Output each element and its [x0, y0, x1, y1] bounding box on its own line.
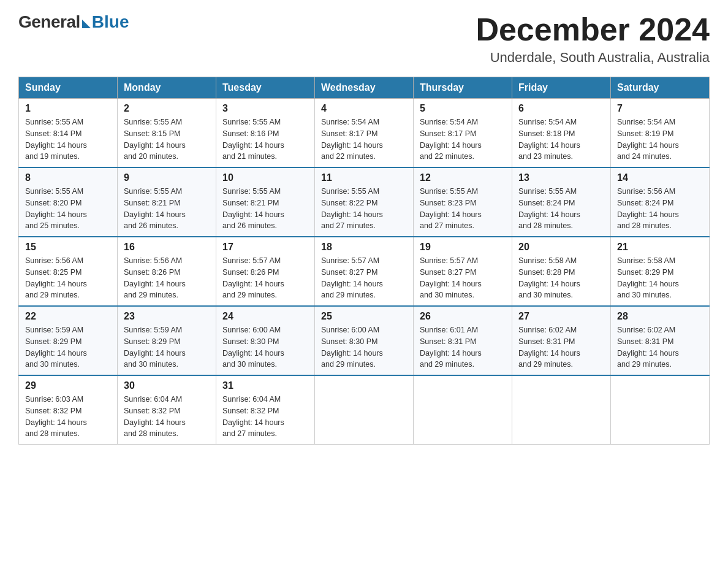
- day-info: Sunrise: 5:58 AMSunset: 8:29 PMDaylight:…: [617, 256, 679, 299]
- calendar-day-cell: [611, 375, 710, 445]
- calendar-day-cell: [414, 375, 512, 445]
- day-number: 26: [420, 311, 506, 322]
- day-number: 17: [222, 242, 308, 253]
- day-number: 9: [124, 172, 210, 183]
- day-info: Sunrise: 5:55 AMSunset: 8:14 PMDaylight:…: [25, 118, 87, 161]
- day-info: Sunrise: 6:02 AMSunset: 8:31 PMDaylight:…: [518, 326, 580, 369]
- day-number: 27: [518, 311, 604, 322]
- day-info: Sunrise: 5:55 AMSunset: 8:16 PMDaylight:…: [222, 118, 284, 161]
- calendar-day-cell: 1 Sunrise: 5:55 AMSunset: 8:14 PMDayligh…: [19, 99, 118, 168]
- calendar-day-cell: 2 Sunrise: 5:55 AMSunset: 8:15 PMDayligh…: [118, 99, 216, 168]
- calendar-day-cell: 26 Sunrise: 6:01 AMSunset: 8:31 PMDaylig…: [414, 306, 512, 375]
- calendar-day-cell: [512, 375, 611, 445]
- day-number: 2: [124, 103, 210, 114]
- day-info: Sunrise: 5:57 AMSunset: 8:27 PMDaylight:…: [420, 256, 482, 299]
- day-number: 7: [617, 103, 703, 114]
- calendar-day-cell: 15 Sunrise: 5:56 AMSunset: 8:25 PMDaylig…: [19, 237, 118, 306]
- day-info: Sunrise: 5:55 AMSunset: 8:22 PMDaylight:…: [321, 187, 383, 230]
- day-info: Sunrise: 5:55 AMSunset: 8:23 PMDaylight:…: [420, 187, 482, 230]
- location-title: Underdale, South Australia, Australia: [476, 50, 710, 66]
- day-number: 24: [222, 311, 308, 322]
- day-number: 28: [617, 311, 703, 322]
- day-info: Sunrise: 6:04 AMSunset: 8:32 PMDaylight:…: [222, 395, 284, 438]
- header-sunday: Sunday: [19, 77, 118, 99]
- calendar-day-cell: 17 Sunrise: 5:57 AMSunset: 8:26 PMDaylig…: [216, 237, 315, 306]
- day-number: 15: [25, 242, 111, 253]
- day-number: 13: [518, 172, 604, 183]
- day-info: Sunrise: 6:04 AMSunset: 8:32 PMDaylight:…: [124, 395, 186, 438]
- day-info: Sunrise: 5:55 AMSunset: 8:15 PMDaylight:…: [124, 118, 186, 161]
- day-info: Sunrise: 5:54 AMSunset: 8:17 PMDaylight:…: [420, 118, 482, 161]
- calendar-day-cell: 8 Sunrise: 5:55 AMSunset: 8:20 PMDayligh…: [19, 167, 118, 237]
- calendar-day-cell: 23 Sunrise: 5:59 AMSunset: 8:29 PMDaylig…: [118, 306, 216, 375]
- day-info: Sunrise: 5:58 AMSunset: 8:28 PMDaylight:…: [518, 256, 580, 299]
- header-tuesday: Tuesday: [216, 77, 315, 99]
- day-info: Sunrise: 5:56 AMSunset: 8:24 PMDaylight:…: [617, 187, 679, 230]
- day-info: Sunrise: 5:54 AMSunset: 8:19 PMDaylight:…: [617, 118, 679, 161]
- day-number: 3: [222, 103, 308, 114]
- calendar-day-cell: 12 Sunrise: 5:55 AMSunset: 8:23 PMDaylig…: [414, 167, 512, 237]
- day-info: Sunrise: 5:56 AMSunset: 8:25 PMDaylight:…: [25, 256, 87, 299]
- day-number: 25: [321, 311, 407, 322]
- calendar-week-row: 22 Sunrise: 5:59 AMSunset: 8:29 PMDaylig…: [19, 306, 710, 375]
- month-title: December 2024: [476, 12, 710, 47]
- calendar-day-cell: 11 Sunrise: 5:55 AMSunset: 8:22 PMDaylig…: [315, 167, 414, 237]
- calendar-day-cell: 19 Sunrise: 5:57 AMSunset: 8:27 PMDaylig…: [414, 237, 512, 306]
- calendar-day-cell: 10 Sunrise: 5:55 AMSunset: 8:21 PMDaylig…: [216, 167, 315, 237]
- logo-general-text: General: [18, 12, 80, 32]
- calendar-week-row: 8 Sunrise: 5:55 AMSunset: 8:20 PMDayligh…: [19, 167, 710, 237]
- day-info: Sunrise: 6:00 AMSunset: 8:30 PMDaylight:…: [321, 326, 383, 369]
- calendar-day-cell: 9 Sunrise: 5:55 AMSunset: 8:21 PMDayligh…: [118, 167, 216, 237]
- header-saturday: Saturday: [611, 77, 710, 99]
- day-info: Sunrise: 5:57 AMSunset: 8:27 PMDaylight:…: [321, 256, 383, 299]
- calendar-day-cell: 18 Sunrise: 5:57 AMSunset: 8:27 PMDaylig…: [315, 237, 414, 306]
- calendar-day-cell: 21 Sunrise: 5:58 AMSunset: 8:29 PMDaylig…: [611, 237, 710, 306]
- calendar-day-cell: 3 Sunrise: 5:55 AMSunset: 8:16 PMDayligh…: [216, 99, 315, 168]
- day-number: 22: [25, 311, 111, 322]
- calendar-day-cell: 22 Sunrise: 5:59 AMSunset: 8:29 PMDaylig…: [19, 306, 118, 375]
- day-number: 4: [321, 103, 407, 114]
- calendar-day-cell: 25 Sunrise: 6:00 AMSunset: 8:30 PMDaylig…: [315, 306, 414, 375]
- day-number: 31: [222, 380, 308, 391]
- day-number: 12: [420, 172, 506, 183]
- calendar-day-cell: 30 Sunrise: 6:04 AMSunset: 8:32 PMDaylig…: [118, 375, 216, 445]
- day-number: 23: [124, 311, 210, 322]
- day-number: 18: [321, 242, 407, 253]
- calendar-day-cell: 7 Sunrise: 5:54 AMSunset: 8:19 PMDayligh…: [611, 99, 710, 168]
- day-info: Sunrise: 5:55 AMSunset: 8:20 PMDaylight:…: [25, 187, 87, 230]
- calendar-day-cell: [315, 375, 414, 445]
- day-number: 19: [420, 242, 506, 253]
- logo-blue-text: Blue: [92, 12, 129, 32]
- day-number: 21: [617, 242, 703, 253]
- day-info: Sunrise: 6:02 AMSunset: 8:31 PMDaylight:…: [617, 326, 679, 369]
- header-thursday: Thursday: [414, 77, 512, 99]
- day-number: 6: [518, 103, 604, 114]
- calendar-day-cell: 5 Sunrise: 5:54 AMSunset: 8:17 PMDayligh…: [414, 99, 512, 168]
- day-number: 10: [222, 172, 308, 183]
- day-info: Sunrise: 5:55 AMSunset: 8:21 PMDaylight:…: [124, 187, 186, 230]
- calendar-day-cell: 6 Sunrise: 5:54 AMSunset: 8:18 PMDayligh…: [512, 99, 611, 168]
- day-number: 16: [124, 242, 210, 253]
- day-number: 20: [518, 242, 604, 253]
- calendar-day-cell: 16 Sunrise: 5:56 AMSunset: 8:26 PMDaylig…: [118, 237, 216, 306]
- day-number: 14: [617, 172, 703, 183]
- calendar-day-cell: 27 Sunrise: 6:02 AMSunset: 8:31 PMDaylig…: [512, 306, 611, 375]
- day-info: Sunrise: 6:03 AMSunset: 8:32 PMDaylight:…: [25, 395, 87, 438]
- calendar-table: Sunday Monday Tuesday Wednesday Thursday…: [18, 77, 710, 445]
- calendar-week-row: 1 Sunrise: 5:55 AMSunset: 8:14 PMDayligh…: [19, 99, 710, 168]
- day-info: Sunrise: 5:54 AMSunset: 8:18 PMDaylight:…: [518, 118, 580, 161]
- day-number: 1: [25, 103, 111, 114]
- logo-top: General Blue: [18, 12, 129, 32]
- header-monday: Monday: [118, 77, 216, 99]
- day-info: Sunrise: 5:57 AMSunset: 8:26 PMDaylight:…: [222, 256, 284, 299]
- page-header: General Blue December 2024 Underdale, So…: [18, 12, 710, 66]
- day-info: Sunrise: 5:55 AMSunset: 8:24 PMDaylight:…: [518, 187, 580, 230]
- day-info: Sunrise: 6:01 AMSunset: 8:31 PMDaylight:…: [420, 326, 482, 369]
- weekday-header-row: Sunday Monday Tuesday Wednesday Thursday…: [19, 77, 710, 99]
- calendar-day-cell: 24 Sunrise: 6:00 AMSunset: 8:30 PMDaylig…: [216, 306, 315, 375]
- day-info: Sunrise: 5:59 AMSunset: 8:29 PMDaylight:…: [124, 326, 186, 369]
- calendar-day-cell: 28 Sunrise: 6:02 AMSunset: 8:31 PMDaylig…: [611, 306, 710, 375]
- calendar-week-row: 29 Sunrise: 6:03 AMSunset: 8:32 PMDaylig…: [19, 375, 710, 445]
- calendar-day-cell: 29 Sunrise: 6:03 AMSunset: 8:32 PMDaylig…: [19, 375, 118, 445]
- day-info: Sunrise: 6:00 AMSunset: 8:30 PMDaylight:…: [222, 326, 284, 369]
